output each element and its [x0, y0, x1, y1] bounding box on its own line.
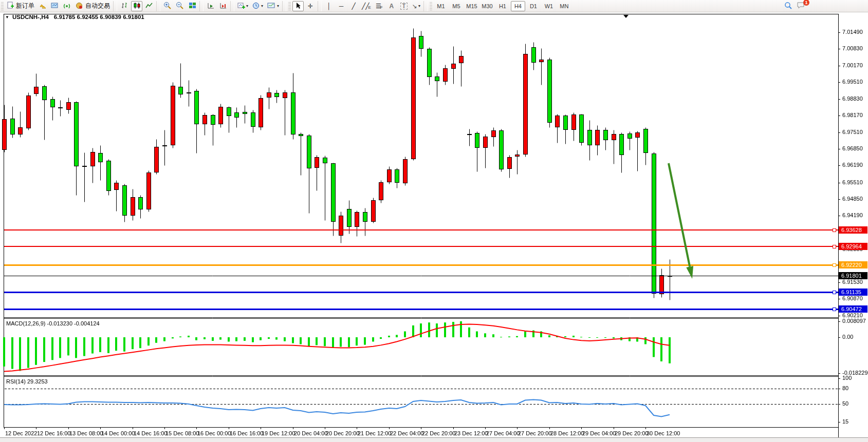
gold-icon — [39, 2, 47, 10]
rsi-indicator-label: RSI(14) 29.3253 — [6, 378, 48, 385]
auto-trading-label: 自动交易 — [85, 2, 110, 10]
toolbar-separator — [199, 1, 204, 11]
line-chart-button[interactable] — [143, 1, 155, 11]
trendline-icon: ╱ — [352, 3, 355, 9]
zoom-out-button[interactable] — [174, 1, 186, 11]
terminal-button[interactable] — [49, 1, 61, 11]
text-tool-button[interactable]: A — [386, 1, 397, 11]
cursor-tool-button[interactable] — [292, 1, 304, 11]
line-chart-icon — [145, 2, 153, 10]
chart-shift-button[interactable] — [217, 1, 229, 11]
toolbar-separator — [282, 1, 286, 11]
toolbar-drag-handle[interactable] — [288, 2, 291, 10]
text-label-tool-button[interactable]: T — [398, 1, 410, 11]
trendline-tool-button[interactable]: ╱ — [348, 1, 359, 11]
bar-chart-button[interactable] — [119, 1, 130, 11]
toolbar-drag-handle[interactable] — [1, 2, 4, 10]
cursor-icon — [295, 2, 302, 10]
chevron-down-icon: ▾ — [246, 4, 248, 8]
signals-button[interactable] — [62, 1, 73, 11]
terminal-icon — [51, 2, 59, 10]
candlestick-chart-icon — [133, 2, 141, 10]
timeframe-h4-button[interactable]: H4 — [511, 1, 525, 11]
text-tool-icon: A — [390, 3, 394, 9]
new-order-label: 新订单 — [16, 2, 34, 10]
auto-scroll-button[interactable] — [205, 1, 216, 11]
chart-shift-icon — [219, 2, 227, 10]
horizontal-line-tool-button[interactable]: ─ — [336, 1, 347, 11]
timeframe-w1-button[interactable]: W1 — [542, 1, 556, 11]
toolbar-separator — [156, 1, 160, 11]
chart-title: ▼ USDCNH-,H4 6.91785 6.92455 6.90839 6.9… — [5, 14, 144, 20]
search-button[interactable] — [783, 1, 794, 11]
text-label-icon: T — [400, 3, 407, 10]
horizontal-line-icon: ─ — [339, 3, 344, 9]
toolbar-separator — [423, 1, 428, 11]
symbol-period-label: USDCNH-,H4 — [12, 14, 49, 20]
profiles-button[interactable]: ▾ — [251, 1, 265, 11]
price-chart-canvas[interactable] — [0, 0, 868, 442]
auto-scroll-icon — [207, 2, 215, 10]
arrows-tool-icon: ↘ — [412, 3, 417, 9]
ohlc-values-label: 6.91785 6.92455 6.90839 6.91801 — [54, 14, 144, 20]
zoom-out-icon — [176, 2, 184, 10]
candlestick-chart-button[interactable] — [131, 1, 142, 11]
fibonacci-tool-button[interactable]: ☰ F — [374, 1, 385, 11]
main-toolbar: 新订单 自动交易 — [0, 0, 868, 12]
toolbar-separator — [113, 1, 117, 11]
tile-windows-icon — [189, 2, 196, 10]
new-chart-icon — [237, 2, 245, 10]
toolbar-separator — [318, 1, 322, 11]
notification-badge: 1 — [803, 0, 809, 6]
auto-trading-button[interactable]: 自动交易 — [74, 1, 112, 11]
timeframe-m1-button[interactable]: M1 — [434, 1, 448, 11]
collapse-icon[interactable]: ▼ — [5, 15, 9, 20]
toolbar-drag-handle[interactable] — [430, 2, 432, 10]
trading-terminal-window: 新订单 自动交易 — [0, 0, 868, 442]
search-icon — [784, 2, 792, 10]
auto-trading-icon — [76, 2, 84, 10]
arrows-tool-button[interactable]: ↘ ▾ — [411, 1, 422, 11]
signal-icon — [63, 2, 71, 10]
vertical-line-tool-button[interactable]: │ — [323, 1, 335, 11]
indicators-icon — [267, 2, 276, 10]
chevron-down-icon: ▾ — [261, 4, 263, 8]
timeframe-mn-button[interactable]: MN — [557, 1, 571, 11]
bar-chart-icon — [121, 2, 128, 10]
market-watch-button[interactable] — [37, 1, 48, 11]
timeframe-m15-button[interactable]: M15 — [465, 1, 479, 11]
chevron-down-icon: ▾ — [277, 4, 279, 8]
channel-letter: E — [368, 5, 371, 10]
clock-icon — [252, 2, 260, 10]
new-order-button[interactable]: 新订单 — [5, 1, 36, 11]
crosshair-tool-button[interactable]: ✛ — [305, 1, 316, 11]
toolbar-separator — [230, 1, 234, 11]
macd-indicator-label: MACD(12,26,9) -0.013230 -0.004124 — [6, 320, 100, 326]
chevron-down-icon: ▾ — [418, 4, 420, 8]
timeframe-h1-button[interactable]: H1 — [495, 1, 510, 11]
tile-windows-button[interactable] — [187, 1, 198, 11]
notifications-button[interactable]: 1 — [795, 1, 807, 11]
zoom-in-button[interactable] — [162, 1, 173, 11]
timeframe-m5-button[interactable]: M5 — [449, 1, 464, 11]
fibonacci-letter: F — [380, 5, 383, 10]
indicators-button[interactable]: ▾ — [266, 1, 281, 11]
timeframe-d1-button[interactable]: D1 — [526, 1, 541, 11]
crosshair-icon: ✛ — [308, 3, 313, 9]
zoom-in-icon — [163, 2, 172, 10]
new-order-icon — [7, 2, 14, 10]
channel-tool-button[interactable]: ╱╱ E — [360, 1, 373, 11]
timeframe-m30-button[interactable]: M30 — [480, 1, 494, 11]
vertical-line-icon: │ — [327, 3, 331, 9]
new-chart-button[interactable]: ▾ — [236, 1, 250, 11]
